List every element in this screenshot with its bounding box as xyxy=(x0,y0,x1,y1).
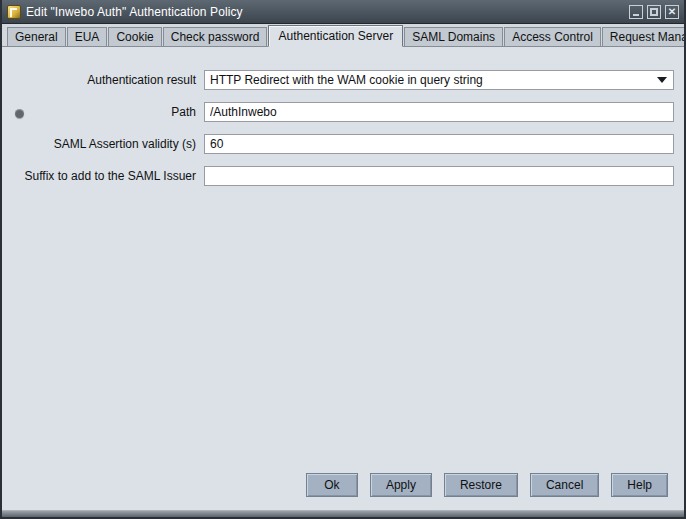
tab-cookie[interactable]: Cookie xyxy=(108,27,161,46)
app-icon xyxy=(7,5,21,19)
window-controls: ✕ xyxy=(629,5,679,19)
close-icon[interactable]: ✕ xyxy=(665,5,679,19)
path-input[interactable] xyxy=(204,102,674,122)
ok-button[interactable]: Ok xyxy=(306,473,358,497)
path-label: Path xyxy=(2,105,204,119)
authentication-server-panel: Authentication result HTTP Redirect with… xyxy=(2,47,684,470)
window-title: Edit "Inwebo Auth" Authentication Policy xyxy=(26,5,624,19)
restore-button[interactable]: Restore xyxy=(444,473,518,497)
saml-issuer-suffix-label: Suffix to add to the SAML Issuer xyxy=(2,169,204,183)
help-button[interactable]: Help xyxy=(611,473,668,497)
window-bottom-border xyxy=(2,510,684,517)
apply-button[interactable]: Apply xyxy=(370,473,432,497)
saml-validity-label: SAML Assertion validity (s) xyxy=(2,137,204,151)
form-row-authentication-result: Authentication result HTTP Redirect with… xyxy=(2,70,674,90)
tab-authentication-server[interactable]: Authentication Server xyxy=(268,25,403,47)
tab-request-manager[interactable]: Request Manager xyxy=(602,27,686,46)
tab-check-password[interactable]: Check password xyxy=(163,27,268,46)
form-row-saml-validity: SAML Assertion validity (s) xyxy=(2,134,674,154)
tab-eua[interactable]: EUA xyxy=(67,27,108,46)
maximize-icon[interactable] xyxy=(647,5,661,19)
form-row-path: Path xyxy=(2,102,674,122)
authentication-result-select[interactable]: HTTP Redirect with the WAM cookie in que… xyxy=(204,70,674,90)
saml-validity-input[interactable] xyxy=(204,134,674,154)
title-bar: Edit "Inwebo Auth" Authentication Policy… xyxy=(2,0,684,24)
cancel-button[interactable]: Cancel xyxy=(530,473,599,497)
authentication-result-value: HTTP Redirect with the WAM cookie in que… xyxy=(210,73,483,87)
form-row-saml-issuer-suffix: Suffix to add to the SAML Issuer xyxy=(2,166,674,186)
tab-saml-domains[interactable]: SAML Domains xyxy=(404,27,503,46)
tab-bar: General EUA Cookie Check password Authen… xyxy=(2,24,684,47)
chevron-down-icon xyxy=(657,77,667,83)
minimize-icon[interactable] xyxy=(629,5,643,19)
saml-issuer-suffix-input[interactable] xyxy=(204,166,674,186)
dialog-button-bar: Ok Apply Restore Cancel Help xyxy=(2,470,684,510)
authentication-result-label: Authentication result xyxy=(2,73,204,87)
tab-general[interactable]: General xyxy=(7,27,66,46)
edit-authentication-policy-dialog: Edit "Inwebo Auth" Authentication Policy… xyxy=(0,0,686,519)
bullet-indicator xyxy=(15,109,24,118)
tab-access-control[interactable]: Access Control xyxy=(504,27,601,46)
